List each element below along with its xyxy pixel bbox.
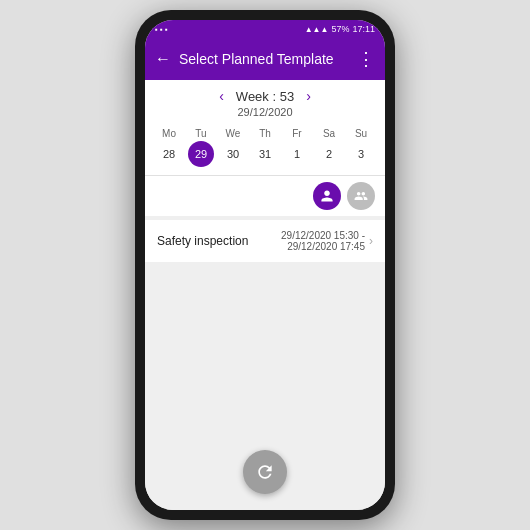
event-title: Safety inspection [157,234,281,248]
day-name-su: Su [355,128,367,139]
phone-frame: ▪ ▪ ▪ ▲▲▲ 57% 17:11 ← Select Planned Tem… [135,10,395,520]
day-num-sa: 2 [316,141,342,167]
battery-level: 57% [331,24,349,34]
day-item-sa[interactable]: Sa2 [316,128,342,167]
status-icons: ▪ ▪ ▪ [155,25,168,34]
day-item-th[interactable]: Th31 [252,128,278,167]
group-filter-button[interactable] [347,182,375,210]
day-name-tu: Tu [195,128,206,139]
signal-icon: ▲▲▲ [305,25,329,34]
next-week-button[interactable]: › [306,88,311,104]
day-selector: Mo28Tu29We30Th31Fr1Sa2Su3 [145,124,385,175]
prev-week-button[interactable]: ‹ [219,88,224,104]
app-bar: ← Select Planned Template ⋮ [145,38,385,80]
day-name-mo: Mo [162,128,176,139]
day-item-mo[interactable]: Mo28 [156,128,182,167]
refresh-fab[interactable] [243,450,287,494]
day-item-we[interactable]: We30 [220,128,246,167]
week-date: 29/12/2020 [145,106,385,124]
day-name-fr: Fr [292,128,301,139]
day-num-tu: 29 [188,141,214,167]
day-num-th: 31 [252,141,278,167]
event-item[interactable]: Safety inspection29/12/2020 15:30 -29/12… [145,220,385,262]
time-display: 17:11 [352,24,375,34]
menu-button[interactable]: ⋮ [357,48,375,70]
event-chevron-icon: › [369,234,373,248]
day-item-su[interactable]: Su3 [348,128,374,167]
person-filter-button[interactable] [313,182,341,210]
day-num-su: 3 [348,141,374,167]
phone-screen: ▪ ▪ ▪ ▲▲▲ 57% 17:11 ← Select Planned Tem… [145,20,385,510]
fab-container [145,438,385,510]
status-right: ▲▲▲ 57% 17:11 [305,24,375,34]
day-name-we: We [226,128,241,139]
filter-bar [145,176,385,216]
day-item-tu[interactable]: Tu29 [188,128,214,167]
status-left: ▪ ▪ ▪ [155,25,168,34]
events-content: Safety inspection29/12/2020 15:30 -29/12… [145,216,385,438]
day-num-mo: 28 [156,141,182,167]
status-bar: ▪ ▪ ▪ ▲▲▲ 57% 17:11 [145,20,385,38]
day-num-we: 30 [220,141,246,167]
day-item-fr[interactable]: Fr1 [284,128,310,167]
event-time: 29/12/2020 15:30 -29/12/2020 17:45 [281,230,365,252]
app-bar-title: Select Planned Template [179,51,357,67]
day-num-fr: 1 [284,141,310,167]
week-navigation: ‹ Week : 53 › [145,80,385,106]
back-button[interactable]: ← [155,50,171,68]
week-label: Week : 53 [236,89,294,104]
day-name-th: Th [259,128,271,139]
day-name-sa: Sa [323,128,335,139]
